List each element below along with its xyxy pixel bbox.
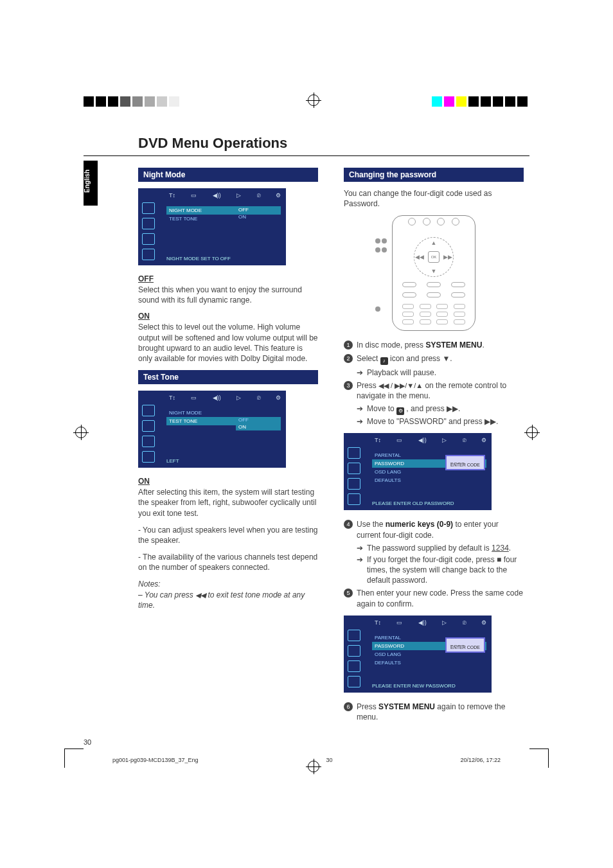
- osd-hint: ENTER CODE: [450, 645, 480, 650]
- music-icon: ♪: [380, 357, 388, 365]
- page-title: DVD Menu Operations: [138, 135, 529, 152]
- osd-top-icon: ▷: [236, 394, 241, 401]
- osd-status: NIGHT MODE SET TO OFF: [166, 256, 231, 261]
- osd-top-icon: T↕: [169, 192, 175, 199]
- result-arrow-icon: ➔: [357, 403, 363, 415]
- section-test-tone: Test Tone: [138, 370, 318, 384]
- right-arrow-icon: ▶▶: [445, 254, 451, 260]
- step-text: Select: [357, 354, 380, 363]
- footer-timestamp: 20/12/06, 17:22: [460, 757, 501, 763]
- print-registration-left: [84, 96, 270, 107]
- osd-top-icon: T↕: [169, 394, 175, 401]
- osd-status: LEFT: [166, 458, 179, 464]
- language-tab: English: [84, 161, 98, 206]
- result-arrow-icon: ➔: [357, 368, 363, 378]
- osd-item: DEFAULTS: [372, 659, 486, 667]
- osd-top-icon: ▭: [396, 437, 402, 443]
- step-text: icon and press ▼.: [388, 354, 452, 363]
- print-crosshair-top: [300, 95, 327, 106]
- osd-top-icon: T↕: [375, 437, 381, 443]
- result-arrow-icon: ➔: [357, 416, 363, 427]
- osd-item: DEFAULTS: [372, 476, 486, 484]
- osd-enter-code-box: _ _ _ _ENTER CODE: [445, 455, 485, 470]
- step-1: 1 In disc mode, press SYSTEM MENU.: [344, 340, 524, 350]
- sub-text: Move to: [367, 404, 396, 413]
- nav-glyphs: ◀◀ / ▶▶/▼/▲: [378, 382, 423, 389]
- osd-option: ON: [236, 213, 281, 220]
- body-on: Select this to level out the volume. Hig…: [138, 322, 318, 364]
- step-bold: numeric keys (0-9): [386, 520, 453, 529]
- osd-option: OFF: [236, 206, 281, 213]
- body-tt-p1: After selecting this item, the system wi…: [138, 487, 318, 518]
- step-number-icon: 6: [344, 702, 353, 711]
- osd-top-icon: ⎚: [257, 192, 260, 199]
- osd-top-icon: ◀)): [213, 192, 221, 199]
- step-text: Press: [357, 702, 378, 711]
- osd-top-icon: ◀)): [418, 437, 427, 443]
- osd-option: ON: [236, 423, 281, 430]
- notes-head: Notes:: [138, 580, 161, 589]
- osd-top-icon: ▷: [236, 192, 241, 199]
- section-change-password: Changing the password: [344, 168, 524, 182]
- sub-text: .: [509, 544, 511, 553]
- left-column: Night Mode T↕ ▭ ◀)) ▷ ⎚ ⚙ NIGHT MODE TES…: [138, 168, 318, 725]
- step-2-sub: ➔Playback will pause.: [357, 368, 524, 378]
- down-arrow-icon: ▼: [431, 268, 437, 274]
- osd-top-icon: ◀)): [213, 394, 221, 401]
- crop-mark-br: [529, 748, 549, 768]
- osd-top-icon: ⎚: [463, 437, 466, 443]
- result-arrow-icon: ➔: [357, 543, 363, 553]
- osd-status: PLEASE ENTER OLD PASSWORD: [372, 500, 454, 506]
- step-number-icon: 5: [344, 589, 353, 598]
- section-night-mode: Night Mode: [138, 168, 318, 182]
- osd-option: OFF: [236, 416, 281, 423]
- osd-top-icon: ⚙: [481, 619, 486, 626]
- step-text: Then enter your new code. Press the same…: [357, 588, 524, 608]
- osd-top-icon: ⎚: [463, 619, 466, 626]
- body-tt-p2: - You can adjust speakers level when you…: [138, 525, 318, 545]
- osd-top-icon: ▭: [191, 192, 197, 199]
- default-password: 1234: [492, 544, 509, 553]
- rewind-icon: ◀◀: [195, 591, 206, 599]
- osd-screenshot-test-tone: T↕ ▭ ◀)) ▷ ⎚ ⚙ NIGHT MODE TEST TONE OFF: [138, 391, 286, 468]
- step-bold: SYSTEM MENU: [378, 702, 435, 711]
- title-rule: [84, 155, 529, 156]
- remote-ok-button: OK: [428, 251, 440, 263]
- step-number-icon: 4: [344, 520, 353, 529]
- step-text: Use the: [357, 520, 386, 529]
- subhead-off: OFF: [138, 274, 318, 283]
- notes-line-pre: – You can press: [138, 590, 195, 599]
- osd-enter-code-box: _ _ _ _ENTER CODE: [445, 637, 485, 653]
- step-3-sub2: ➔Move to "PASSWORD" and press ▶▶.: [357, 416, 524, 427]
- step-3-sub1: ➔Move to ⚙ , and press ▶▶.: [357, 403, 524, 415]
- step-text: Press: [357, 381, 378, 390]
- osd-top-icon: ▷: [442, 619, 447, 626]
- crop-mark-bl: [64, 748, 84, 768]
- footer-filename: pg001-pg039-MCD139B_37_Eng: [112, 757, 199, 763]
- result-arrow-icon: ➔: [357, 554, 363, 586]
- up-arrow-icon: ▲: [431, 240, 437, 246]
- print-registration-right: [343, 96, 529, 107]
- osd-status: PLEASE ENTER NEW PASSWORD: [372, 683, 456, 689]
- body-tt-p3: - The availability of the various channe…: [138, 552, 318, 572]
- step-text: .: [482, 341, 484, 350]
- step-4-sub1: ➔The password supplied by default is 123…: [357, 543, 524, 553]
- osd-screenshot-night-mode: T↕ ▭ ◀)) ▷ ⎚ ⚙ NIGHT MODE TEST TONE OFF: [138, 188, 286, 265]
- osd-top-icon: ⚙: [276, 192, 281, 199]
- osd-top-icon: ◀)): [418, 619, 427, 626]
- step-5: 5 Then enter your new code. Press the sa…: [344, 588, 524, 608]
- page-number: 30: [84, 738, 91, 746]
- osd-hint: ENTER CODE: [450, 463, 480, 467]
- pw-intro: You can change the four-digit code used …: [344, 188, 524, 209]
- print-footer: pg001-pg039-MCD139B_37_Eng 30 20/12/06, …: [112, 757, 501, 763]
- step-2: 2 Select ♪ icon and press ▼.: [344, 353, 524, 365]
- step-3: 3 Press ◀◀ / ▶▶/▼/▲ on the remote contro…: [344, 380, 524, 401]
- osd-top-icon: T↕: [375, 619, 381, 626]
- sub-text: Move to "PASSWORD" and press ▶▶.: [367, 416, 498, 427]
- osd-screenshot-pw-old: T↕ ▭ ◀)) ▷ ⎚ ⚙ PARENTAL PASSWORD OSD LAN…: [344, 433, 492, 510]
- step-4: 4 Use the numeric keys (0-9) to enter yo…: [344, 519, 524, 540]
- osd-top-icon: ▭: [396, 619, 402, 626]
- sub-text: , and press ▶▶.: [404, 404, 460, 413]
- osd-top-icon: ⚙: [481, 437, 486, 443]
- sub-text: Playback will pause.: [367, 368, 436, 378]
